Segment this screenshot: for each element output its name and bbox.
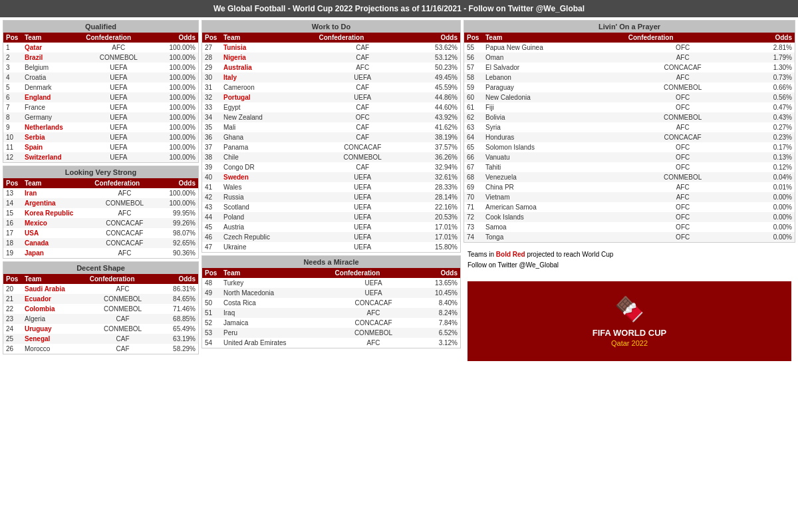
team-cell: Czech Republic: [221, 232, 317, 242]
table-row: 70VietnamAFC0.00%: [464, 192, 795, 202]
qualified-section: Qualified Pos Team Confederation Odds 1Q…: [3, 20, 199, 163]
pos-cell: 64: [464, 132, 483, 142]
pos-cell: 18: [3, 238, 22, 248]
team-cell: France: [22, 102, 83, 112]
team-cell: Austria: [221, 222, 317, 232]
table-row: 15Korea RepublicAFC99.95%: [3, 208, 198, 218]
table-row: 71American SamoaOFC0.00%: [464, 202, 795, 212]
table-row: 35MaliCAF41.62%: [202, 122, 460, 132]
team-cell: Denmark: [22, 82, 83, 92]
team-cell: Poland: [221, 212, 317, 222]
pos-cell: 36: [202, 132, 221, 142]
odds-cell: 100.00%: [154, 72, 198, 82]
team-cell: Jamaica: [221, 318, 332, 328]
team-cell: USA: [22, 228, 92, 238]
team-cell: Argentina: [22, 198, 92, 208]
col-pos: Pos: [3, 33, 22, 43]
conf-cell: UEFA: [83, 112, 154, 122]
table-row: 74TongaOFC0.00%: [464, 232, 795, 242]
table-row: 42RussiaUEFA28.14%: [202, 192, 460, 202]
conf-cell: CONCACAF: [92, 218, 157, 228]
pos-cell: 13: [3, 188, 22, 198]
pos-cell: 19: [3, 248, 22, 258]
team-cell: Ecuador: [22, 294, 87, 304]
conf-cell: AFC: [317, 63, 409, 72]
conf-cell: AFC: [626, 72, 740, 82]
col-odds: Odds: [409, 33, 460, 43]
conf-cell: CONMEBOL: [332, 328, 415, 338]
team-cell: Belgium: [22, 63, 83, 72]
table-row: 54United Arab EmiratesAFC3.12%: [202, 338, 460, 348]
odds-cell: 0.00%: [740, 212, 795, 222]
team-cell: Croatia: [22, 72, 83, 82]
team-cell: Iraq: [221, 308, 332, 318]
odds-cell: 28.33%: [409, 182, 460, 192]
team-cell: China PR: [483, 182, 626, 192]
table-row: 61FijiOFC0.47%: [464, 102, 795, 112]
middle-column: Work to Do Pos Team Confederation Odds 2…: [201, 20, 461, 529]
odds-cell: 3.12%: [414, 338, 460, 348]
team-cell: Mali: [221, 122, 317, 132]
table-row: 44PolandUEFA20.53%: [202, 212, 460, 222]
col-conf: Confederation: [626, 33, 740, 43]
table-row: 45AustriaUEFA17.01%: [202, 222, 460, 232]
col-odds: Odds: [154, 33, 198, 43]
pos-cell: 32: [202, 92, 221, 102]
pos-cell: 42: [202, 192, 221, 202]
odds-cell: 99.95%: [158, 208, 199, 218]
table-row: 16MexicoCONCACAF99.26%: [3, 218, 198, 228]
pos-cell: 23: [3, 314, 22, 324]
pos-cell: 44: [202, 212, 221, 222]
conf-cell: UEFA: [83, 132, 154, 142]
col-pos: Pos: [464, 33, 483, 43]
col-team: Team: [221, 268, 332, 278]
pos-cell: 38: [202, 152, 221, 162]
work-to-do-header: Work to Do: [202, 21, 460, 33]
conf-cell: UEFA: [317, 182, 409, 192]
pos-cell: 52: [202, 318, 221, 328]
team-cell: Tahiti: [483, 162, 626, 172]
conf-cell: CONCACAF: [626, 132, 740, 142]
odds-cell: 20.53%: [409, 212, 460, 222]
conf-cell: UEFA: [317, 212, 409, 222]
team-cell: Japan: [22, 248, 92, 258]
pos-cell: 2: [3, 53, 22, 63]
table-row: 29AustraliaAFC50.23%: [202, 63, 460, 72]
pos-cell: 29: [202, 63, 221, 72]
decent-shape-table: Pos Team Confederation Odds 20Saudi Arab…: [3, 274, 198, 354]
table-row: 24UruguayCONMEBOL65.49%: [3, 324, 198, 334]
conf-cell: CONCACAF: [626, 63, 740, 72]
team-cell: Russia: [221, 192, 317, 202]
table-row: 7FranceUEFA100.00%: [3, 102, 198, 112]
odds-cell: 0.00%: [740, 232, 795, 242]
conf-cell: UEFA: [317, 232, 409, 242]
table-row: 8GermanyUEFA100.00%: [3, 112, 198, 122]
table-row: 57El SalvadorCONCACAF1.30%: [464, 63, 795, 72]
conf-cell: CONMEBOL: [87, 304, 159, 314]
conf-cell: CAF: [317, 132, 409, 142]
col-conf: Confederation: [317, 33, 409, 43]
col-team: Team: [221, 33, 317, 43]
team-cell: El Salvador: [483, 63, 626, 72]
odds-cell: 0.56%: [740, 92, 795, 102]
table-row: 59ParaguayCONMEBOL0.66%: [464, 82, 795, 92]
odds-cell: 0.47%: [740, 102, 795, 112]
pos-cell: 63: [464, 122, 483, 132]
conf-cell: AFC: [626, 53, 740, 63]
table-row: 4CroatiaUEFA100.00%: [3, 72, 198, 82]
odds-cell: 0.23%: [740, 132, 795, 142]
team-cell: Peru: [221, 328, 332, 338]
conf-cell: OFC: [626, 162, 740, 172]
team-cell: Ukraine: [221, 242, 317, 252]
left-column: Qualified Pos Team Confederation Odds 1Q…: [3, 20, 199, 529]
team-cell: Cook Islands: [483, 212, 626, 222]
team-cell: Netherlands: [22, 122, 83, 132]
pos-cell: 41: [202, 182, 221, 192]
pos-cell: 62: [464, 112, 483, 122]
conf-cell: OFC: [626, 222, 740, 232]
odds-cell: 6.52%: [414, 328, 460, 338]
conf-cell: OFC: [626, 43, 740, 53]
odds-cell: 100.00%: [154, 53, 198, 63]
table-row: 30ItalyUEFA49.45%: [202, 72, 460, 82]
qualified-header: Qualified: [3, 21, 198, 33]
